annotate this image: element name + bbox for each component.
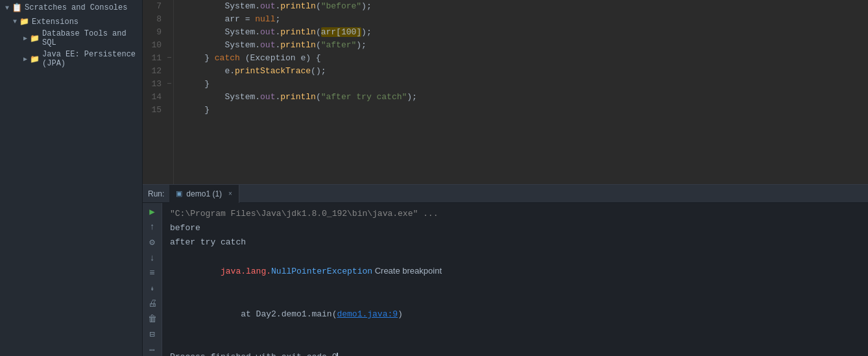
print-button[interactable]: 🖨 [145, 298, 160, 311]
code-line-11: } catch (Exception e) { [184, 52, 868, 65]
stack-link[interactable]: demo1.java:9 [337, 309, 398, 319]
stack-close: ) [398, 309, 403, 319]
run-button[interactable]: ▶ [145, 206, 160, 219]
line-num-13: 13─ [143, 78, 167, 91]
fold-marker[interactable]: ─ [165, 52, 173, 65]
code-line-13: } [184, 78, 868, 91]
folder-icon: 📁 [30, 34, 40, 43]
code-line-12: e.printStackTrace(); [184, 65, 868, 78]
run-label: Run: [143, 185, 169, 203]
sidebar-item-label: Java EE: Persistence (JPA) [42, 50, 137, 68]
sidebar-item-extensions[interactable]: ▼ 📁 Extensions [0, 16, 142, 28]
console-line-stack: at Day2.demo1.main(demo1.java:9) [170, 293, 860, 336]
line-num-15: 15 [143, 104, 167, 117]
tab-label: demo1 (1) [186, 189, 222, 198]
caret-icon: ▼ [5, 5, 9, 12]
line-num-7: 7 [143, 0, 167, 13]
exception-class-prefix: java.lang. [221, 267, 271, 276]
code-editor: 7 8 9 10 11─ 12 13─ 14 15 System.out.pri… [143, 0, 868, 184]
sidebar-item-jpa[interactable]: ▶ 📁 Java EE: Persistence (JPA) [0, 49, 142, 69]
cursor [337, 353, 338, 356]
sidebar-item-label: Database Tools and SQL [42, 29, 137, 47]
line-num-9: 9 [143, 26, 167, 39]
console-line-exception: java.lang.NullPointerException Create br… [170, 250, 860, 293]
code-line-10: System.out.println("after"); [184, 39, 868, 52]
scratches-icon: 📋 [12, 3, 22, 13]
exception-class: NullPointerException [271, 267, 372, 276]
line-num-12: 12 [143, 65, 167, 78]
code-area: 7 8 9 10 11─ 12 13─ 14 15 System.out.pri… [143, 0, 868, 184]
more-button[interactable]: ⋯ [145, 343, 160, 356]
panel-tab-demo1[interactable]: ▣ demo1 (1) × [169, 185, 239, 203]
create-breakpoint-hint: Create breakpoint [372, 266, 442, 276]
scroll-bottom-button[interactable]: ↡ [145, 282, 160, 295]
wrap-button[interactable]: ≡ [145, 267, 160, 279]
tab-icon: ▣ [176, 189, 182, 198]
bottom-panel: Run: ▣ demo1 (1) × ▶ ↑ ⚙ ↓ ≡ ↡ 🖨 🗑 ⊟ ⋯ [143, 184, 868, 356]
console-line-before: before [170, 221, 860, 235]
console-line-exit: Process finished with exit code 0 [170, 350, 860, 356]
panel-tabs: Run: ▣ demo1 (1) × [143, 185, 868, 203]
fold-marker[interactable]: ─ [165, 78, 173, 91]
settings-button[interactable]: ⚙ [145, 236, 160, 249]
console-output: "C:\Program Files\Java\jdk1.8.0_192\bin\… [162, 203, 868, 356]
caret-icon: ▶ [23, 34, 27, 42]
caret-icon: ▼ [13, 18, 17, 25]
code-line-15: } [184, 104, 868, 117]
panel-content: ▶ ↑ ⚙ ↓ ≡ ↡ 🖨 🗑 ⊟ ⋯ "C:\Program Files\Ja… [143, 203, 868, 356]
sidebar-item-database[interactable]: ▶ 📁 Database Tools and SQL [0, 28, 142, 49]
scroll-down-button[interactable]: ↓ [145, 252, 160, 265]
main-area: 7 8 9 10 11─ 12 13─ 14 15 System.out.pri… [143, 0, 868, 356]
scroll-up-button[interactable]: ↑ [145, 221, 160, 234]
clear-button[interactable]: 🗑 [145, 313, 160, 326]
collapse-button[interactable]: ⊟ [145, 328, 160, 341]
folder-icon: 📁 [19, 17, 29, 27]
line-num-8: 8 [143, 13, 167, 26]
line-num-11: 11─ [143, 52, 167, 65]
stack-indent: at Day2.demo1.main( [221, 309, 337, 319]
folder-icon: 📁 [30, 54, 40, 64]
line-num-14: 14 [143, 91, 167, 104]
console-line-after-try: after try catch [170, 235, 860, 250]
line-numbers: 7 8 9 10 11─ 12 13─ 14 15 [143, 0, 174, 184]
sidebar-item-label: Extensions [32, 18, 78, 27]
console-line-cmd: "C:\Program Files\Java\jdk1.8.0_192\bin\… [170, 207, 860, 221]
code-line-9: System.out.println(arr[100]); [184, 26, 868, 39]
line-num-10: 10 [143, 39, 167, 52]
sidebar-scratches-header[interactable]: ▼ 📋 Scratches and Consoles [0, 0, 142, 16]
panel-sidebar: ▶ ↑ ⚙ ↓ ≡ ↡ 🖨 🗑 ⊟ ⋯ [143, 203, 162, 356]
code-line-7: System.out.println("before"); [184, 0, 868, 13]
console-line-empty [170, 336, 860, 350]
code-lines: System.out.println("before"); arr = null… [174, 0, 868, 184]
close-tab-button[interactable]: × [228, 190, 232, 197]
sidebar: ▼ 📋 Scratches and Consoles ▼ 📁 Extension… [0, 0, 143, 356]
code-line-8: arr = null; [184, 13, 868, 26]
caret-icon: ▶ [23, 55, 27, 63]
code-line-14: System.out.println("after try catch"); [184, 91, 868, 104]
sidebar-title: Scratches and Consoles [25, 3, 127, 12]
